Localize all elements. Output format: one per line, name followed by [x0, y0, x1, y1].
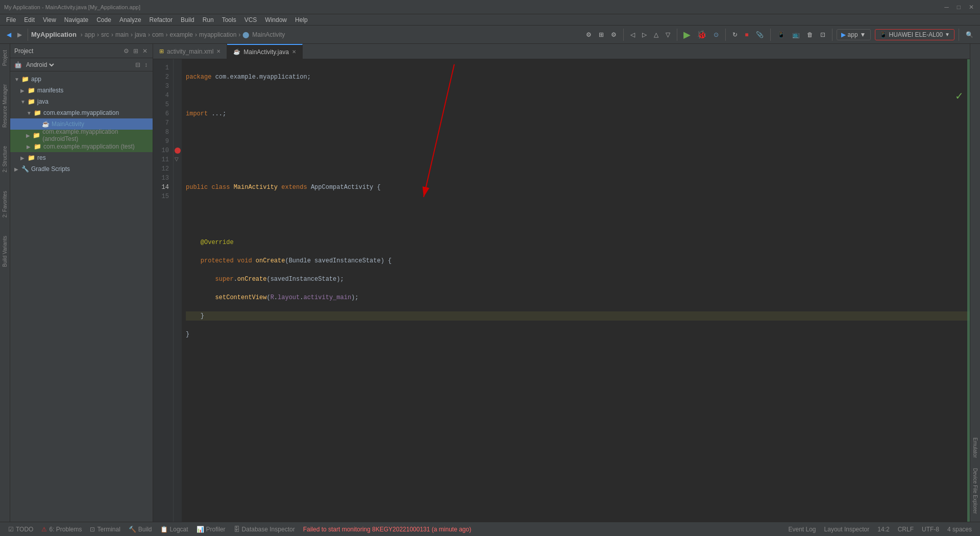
android-selector: 🤖 Android Project ⊟ ↕	[10, 58, 153, 71]
tree-arrow-res: ▶	[20, 155, 27, 161]
menu-tools[interactable]: Tools	[218, 15, 240, 25]
wipe-btn[interactable]: 🗑	[804, 30, 816, 40]
tree-icon-mainactivity: ☕	[42, 120, 50, 128]
tree-icon-gradle: 🔧	[21, 165, 29, 173]
menu-file[interactable]: File	[2, 15, 20, 25]
run-btn[interactable]: ▶	[681, 28, 693, 41]
menu-build[interactable]: Build	[177, 15, 199, 25]
menu-refactor[interactable]: Refactor	[145, 15, 177, 25]
nav-next-btn[interactable]: ▷	[640, 30, 649, 40]
sdk-btn[interactable]: 📱	[775, 30, 788, 40]
todo-btn[interactable]: ☑ TODO	[4, 522, 37, 537]
window-title: My Application - MainActivity.java [My_A…	[4, 4, 942, 10]
menu-vcs[interactable]: VCS	[240, 15, 261, 25]
problems-label: 6: Problems	[49, 526, 82, 533]
code-line-12: super.onCreate(savedInstanceState);	[186, 275, 970, 284]
view-selector[interactable]: Android Project	[24, 61, 56, 69]
profiler-btn[interactable]: 📊 Profiler	[192, 522, 230, 537]
menu-run[interactable]: Run	[199, 15, 218, 25]
event-log-btn[interactable]: Event Log	[784, 522, 820, 537]
tree-item-com-example[interactable]: ▼ 📁 com.example.myapplication	[10, 107, 153, 118]
tree-arrow-manifests: ▶	[20, 88, 27, 93]
stop-btn[interactable]: ■	[742, 30, 751, 40]
menu-code[interactable]: Code	[92, 15, 115, 25]
sidebar-item-build-variants[interactable]: Build Variants	[1, 232, 9, 271]
tree-item-app[interactable]: ▼ 📁 app	[10, 74, 153, 85]
close-btn[interactable]: ✕	[967, 4, 976, 11]
avd-btn[interactable]: 📺	[790, 30, 802, 40]
fold-marker-line10[interactable]: ▽	[175, 156, 179, 162]
tree-label-androidtest: com.example.myapplication (androidTest)	[42, 128, 151, 142]
attach-btn[interactable]: 📎	[753, 30, 766, 40]
forward-btn[interactable]: ▶	[15, 30, 24, 40]
app-selector[interactable]: ▶ app ▼	[837, 29, 871, 40]
tree-item-manifests[interactable]: ▶ 📁 manifests	[10, 85, 153, 96]
sidebar-item-favorites[interactable]: 2: Favorites	[1, 187, 9, 222]
menu-view[interactable]: View	[39, 15, 60, 25]
terminal-btn[interactable]: ⊡ Terminal	[86, 522, 124, 537]
nav-up-btn[interactable]: △	[651, 30, 661, 40]
tree-label-java: java	[37, 98, 48, 105]
mirror-btn[interactable]: ⊡	[818, 30, 828, 40]
sync-btn[interactable]: ↻	[730, 30, 740, 40]
tree-arrow-app: ▼	[14, 77, 20, 82]
breadcrumb-main: main	[115, 31, 129, 38]
nav-down-btn[interactable]: ▽	[663, 30, 673, 40]
sidebar-item-structure[interactable]: 2: Structure	[1, 142, 9, 177]
tab-mainactivity-java[interactable]: ☕ MainActivity.java ✕	[227, 44, 302, 59]
code-editor[interactable]: package com.example.myapplication; impor…	[182, 59, 970, 522]
tab-close-java[interactable]: ✕	[292, 49, 296, 55]
hide-empty-btn[interactable]: ⊟	[134, 60, 141, 69]
code-line-9	[186, 220, 970, 229]
line-ending[interactable]: CRLF	[894, 522, 918, 537]
sidebar-item-resource-manager[interactable]: Resource Manager	[1, 80, 9, 132]
menu-window[interactable]: Window	[261, 15, 291, 25]
app-icon: ▶	[841, 31, 846, 38]
logcat-btn[interactable]: 📋 Logcat	[156, 522, 192, 537]
event-log-label: Event Log	[788, 526, 816, 533]
back-btn[interactable]: ◀	[4, 30, 14, 40]
tree-item-java[interactable]: ▼ 📁 java	[10, 96, 153, 107]
android-selector-icons: ⊟ ↕	[134, 60, 149, 69]
gear-btn[interactable]: ⚙	[583, 30, 594, 40]
menu-navigate[interactable]: Navigate	[60, 15, 92, 25]
cursor-position[interactable]: 14:2	[873, 522, 893, 537]
indent[interactable]: 4 spaces	[943, 522, 976, 537]
nav-prev-btn[interactable]: ◁	[628, 30, 638, 40]
layout-inspector-btn[interactable]: Layout Inspector	[820, 522, 874, 537]
line-num-6: 6	[153, 109, 173, 118]
panel-settings-btn[interactable]: ⚙	[122, 46, 130, 56]
tree-item-gradle[interactable]: ▶ 🔧 Gradle Scripts	[10, 163, 153, 175]
database-inspector-btn[interactable]: 🗄 Database Inspector	[230, 522, 299, 537]
layout-btn[interactable]: ⊞	[596, 30, 606, 40]
sidebar-item-project[interactable]: Project	[1, 46, 9, 70]
settings-btn[interactable]: ⚙	[608, 30, 619, 40]
panel-expand-btn[interactable]: ⊞	[132, 46, 139, 56]
tree-item-test[interactable]: ▶ 📁 com.example.myapplication (test)	[10, 141, 153, 152]
menu-analyze[interactable]: Analyze	[115, 15, 145, 25]
toolbar-divider-4	[725, 29, 726, 41]
breakpoint-marker[interactable]	[175, 148, 181, 154]
tab-close-xml[interactable]: ✕	[216, 48, 220, 54]
sort-btn[interactable]: ↕	[143, 60, 149, 69]
tab-activity-main-xml[interactable]: ⊞ activity_main.xml ✕	[153, 44, 227, 59]
maximize-btn[interactable]: □	[955, 4, 963, 11]
sidebar-item-device-file[interactable]: Device File Explorer	[971, 464, 979, 518]
search-everywhere-btn[interactable]: 🔍	[963, 30, 976, 40]
panel-close-btn[interactable]: ✕	[141, 46, 149, 56]
device-selector[interactable]: 📱 HUAWEI ELE-AL00 ▼	[875, 29, 955, 40]
editor-area: ⊞ activity_main.xml ✕ ☕ MainActivity.jav…	[153, 44, 970, 522]
sidebar-item-emulator[interactable]: Emulator	[971, 433, 979, 462]
charset[interactable]: UTF-8	[918, 522, 943, 537]
menu-edit[interactable]: Edit	[20, 15, 39, 25]
minimize-btn[interactable]: ─	[942, 4, 951, 11]
project-panel: Project ⚙ ⊞ ✕ 🤖 Android Project ⊟ ↕ ▼	[10, 44, 153, 522]
build-btn[interactable]: 🔨 Build	[125, 522, 156, 537]
problems-btn[interactable]: ⚠ 6: Problems	[37, 522, 86, 537]
database-icon: 🗄	[234, 526, 240, 533]
debug-btn[interactable]: 🐞	[695, 29, 709, 40]
tree-item-res[interactable]: ▶ 📁 res	[10, 152, 153, 163]
menu-help[interactable]: Help	[291, 15, 312, 25]
tree-item-androidtest[interactable]: ▶ 📁 com.example.myapplication (androidTe…	[10, 130, 153, 141]
profile-btn[interactable]: ⊙	[711, 30, 721, 40]
